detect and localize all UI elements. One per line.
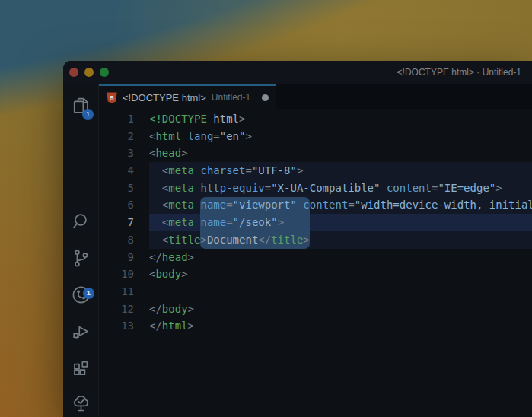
line-number[interactable]: 12 — [99, 301, 149, 318]
code-line[interactable]: 9</head> — [99, 249, 532, 266]
line-number[interactable]: 8 — [99, 231, 149, 249]
code-line[interactable]: 13</html> — [99, 317, 532, 335]
code-line[interactable]: 12</body> — [99, 301, 532, 318]
code-line[interactable]: 3<head> — [99, 145, 532, 162]
code-line[interactable]: 2<html lang="en"> — [99, 128, 532, 145]
line-number[interactable]: 9 — [99, 249, 149, 266]
line-content: <meta name="/seok"> — [149, 214, 532, 231]
line-number[interactable]: 7 — [99, 214, 149, 231]
extensions-badge: 1 — [83, 288, 94, 299]
line-number[interactable]: 4 — [99, 162, 149, 180]
line-content: <head> — [149, 145, 532, 162]
close-button[interactable] — [69, 68, 78, 77]
line-number[interactable]: 3 — [99, 145, 149, 162]
line-content: <!DOCTYPE html> — [149, 110, 532, 128]
todo-tree-icon[interactable] — [71, 393, 91, 414]
line-number[interactable]: 6 — [99, 196, 149, 214]
svg-text:5: 5 — [110, 94, 113, 101]
search-icon[interactable] — [71, 212, 91, 232]
tab-untitled-1[interactable]: 5 <!DOCTYPE html> Untitled-1 — [99, 84, 276, 109]
extensions-icon[interactable]: 1 — [71, 358, 91, 379]
line-content: <body> — [149, 266, 532, 283]
code-line[interactable]: 6 <meta name="viewport" content="width=d… — [99, 196, 532, 214]
vscode-window: <!DOCTYPE html> · Untitled-1 1 — [63, 61, 532, 417]
code-line[interactable]: 4 <meta charset="UTF-8"> — [99, 162, 532, 180]
activity-bar: 1 — [63, 84, 99, 417]
line-content: <meta charset="UTF-8"> — [149, 162, 532, 180]
line-number[interactable]: 13 — [99, 317, 149, 335]
line-content: <html lang="en"> — [149, 128, 532, 145]
line-number[interactable]: 2 — [99, 128, 149, 145]
code-line[interactable]: 10<body> — [99, 266, 532, 283]
window-title: <!DOCTYPE html> · Untitled-1 — [397, 61, 521, 84]
code-line[interactable]: 5 <meta http-equiv="X-UA-Compatible" con… — [99, 180, 532, 197]
minimize-button[interactable] — [84, 68, 94, 77]
line-number[interactable]: 5 — [99, 180, 149, 197]
html5-icon: 5 — [107, 92, 117, 103]
code-line[interactable]: 1<!DOCTYPE html> — [99, 110, 532, 128]
line-number[interactable]: 1 — [99, 110, 149, 128]
code-line[interactable]: 7 <meta name="/seok"> — [99, 214, 532, 231]
desktop: { "window": { "titlebar": { "title": "<!… — [0, 0, 532, 417]
code-lines: 1<!DOCTYPE html>2<html lang="en">3<head>… — [99, 109, 532, 335]
explorer-icon[interactable]: 1 — [71, 96, 91, 116]
zoom-button[interactable] — [100, 68, 109, 77]
tab-label: <!DOCTYPE html> — [123, 92, 206, 103]
code-line[interactable]: 11 — [99, 283, 532, 301]
line-content: <meta name="viewport" content="width=dev… — [149, 196, 532, 214]
traffic-lights — [63, 68, 109, 77]
line-content: </body> — [149, 301, 532, 318]
line-content: </html> — [149, 317, 532, 335]
line-number[interactable]: 11 — [99, 283, 149, 301]
tab-bar: 5 <!DOCTYPE html> Untitled-1 — [99, 84, 532, 109]
code-editor[interactable]: 1<!DOCTYPE html>2<html lang="en">3<head>… — [99, 109, 532, 417]
explorer-badge: 1 — [82, 109, 94, 120]
source-control-icon[interactable] — [71, 248, 91, 269]
line-content: <title>Document</title> — [149, 231, 532, 249]
title-bar[interactable]: <!DOCTYPE html> · Untitled-1 — [63, 61, 532, 84]
line-content: </head> — [149, 249, 532, 266]
line-content: <meta http-equiv="X-UA-Compatible" conte… — [149, 180, 532, 197]
line-content — [149, 283, 532, 301]
code-line[interactable]: 8 <title>Document</title> — [99, 231, 532, 249]
run-debug-icon[interactable] — [71, 321, 91, 342]
tab-description: Untitled-1 — [212, 92, 250, 103]
tab-modified-indicator[interactable] — [262, 94, 269, 101]
line-number[interactable]: 10 — [99, 266, 149, 283]
